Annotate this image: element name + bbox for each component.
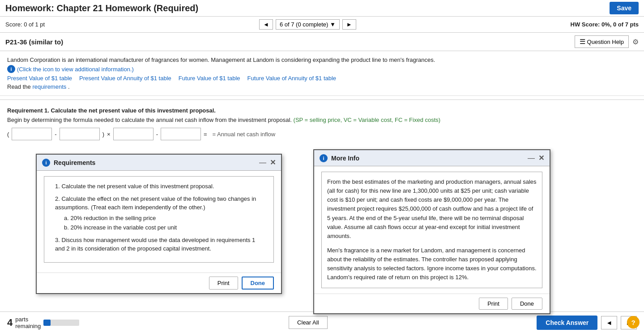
req-sub-a: a. 20% reduction in the selling price bbox=[64, 214, 266, 223]
formula-equals: = bbox=[204, 131, 207, 138]
formula-input-2[interactable] bbox=[60, 128, 100, 140]
info-btn-row: i (Click the icon to view additional inf… bbox=[7, 65, 637, 73]
requirements-close-button[interactable]: ✕ bbox=[270, 158, 276, 167]
list-icon: ☰ bbox=[580, 38, 585, 46]
score-info: Score: 0 of 1 pt bbox=[5, 21, 45, 28]
nav-next-button[interactable]: ► bbox=[342, 19, 356, 30]
more-info-done-button[interactable]: Done bbox=[512, 298, 542, 310]
info-btn-label: (Click the icon to view additional infor… bbox=[17, 66, 134, 73]
question-help-button[interactable]: ☰ Question Help bbox=[575, 35, 629, 48]
parts-number: 4 bbox=[7, 317, 13, 329]
hw-score-label: HW Score: bbox=[571, 21, 600, 28]
requirements-print-button[interactable]: Print bbox=[209, 277, 238, 290]
progress-bar bbox=[43, 320, 79, 326]
more-info-title-text: More Info bbox=[331, 155, 359, 162]
info-icon: i bbox=[7, 65, 15, 73]
requirement-section: Requirement 1. Calculate the net present… bbox=[0, 104, 644, 149]
formula-input-4[interactable] bbox=[161, 128, 201, 140]
parts-label-text: parts bbox=[15, 316, 28, 323]
formula-hint: (SP = selling price, VC = Variable cost,… bbox=[294, 117, 441, 123]
gear-icon[interactable]: ⚙ bbox=[632, 38, 639, 46]
req-num-1: 1. bbox=[55, 183, 61, 190]
more-info-modal-controls: — ✕ bbox=[528, 154, 544, 162]
requirement-title: Requirement 1. Calculate the net present… bbox=[7, 107, 637, 114]
requirements-list-box: 1. Calculate the net present value of th… bbox=[44, 176, 274, 263]
more-info-print-button[interactable]: Print bbox=[479, 298, 508, 310]
clear-all-button[interactable]: Clear All bbox=[289, 316, 327, 329]
formula-desc: Begin by determining the formula needed … bbox=[7, 117, 637, 123]
requirements-minimize-button[interactable]: — bbox=[259, 159, 266, 167]
save-button[interactable]: Save bbox=[610, 2, 639, 14]
requirements-modal: i Requirements — ✕ 1. Calculate the net … bbox=[36, 154, 282, 294]
table-link-fv1[interactable]: Future Value of $1 table bbox=[179, 75, 240, 82]
score-value: 0 of 1 pt bbox=[24, 21, 45, 28]
req-sub-b: b. 20% increase in the variable cost per… bbox=[64, 223, 266, 232]
requirements-modal-body: 1. Calculate the net present value of th… bbox=[37, 171, 281, 272]
parts-remaining: 4 parts remaining bbox=[7, 316, 79, 329]
requirements-modal-controls: — ✕ bbox=[259, 158, 276, 167]
more-info-minimize-button[interactable]: — bbox=[528, 154, 535, 162]
formula-open-paren: ( bbox=[7, 131, 9, 138]
more-info-modal-title: i More Info bbox=[320, 154, 359, 162]
formula-row: ( - ) × - = = Annual net cash inflow bbox=[7, 128, 637, 140]
req-title-text: Calculate the net present value of this … bbox=[51, 107, 216, 114]
more-info-modal-body: From the best estimates of the marketing… bbox=[314, 166, 550, 294]
req-num-3: 3. bbox=[55, 237, 61, 243]
nav-dropdown[interactable]: 6 of 7 (0 complete) ▼ bbox=[276, 19, 340, 30]
requirements-done-button[interactable]: Done bbox=[242, 277, 274, 290]
more-info-text-box: From the best estimates of the marketing… bbox=[321, 172, 542, 288]
more-info-modal-footer: Print Done bbox=[314, 294, 550, 313]
table-link-pv1[interactable]: Present Value of $1 table bbox=[7, 75, 72, 82]
requirements-link[interactable]: requirements bbox=[32, 83, 66, 90]
req-title-bold: Requirement 1. bbox=[7, 107, 49, 114]
main-content: Landom Corporation is an international m… bbox=[0, 51, 644, 96]
nav-prev-button[interactable]: ◄ bbox=[259, 19, 273, 30]
progress-bar-fill bbox=[43, 320, 51, 326]
req-text-3: Discuss how management would use the dat… bbox=[55, 237, 255, 252]
read-period: . bbox=[68, 83, 70, 90]
question-help-label: Question Help bbox=[587, 39, 624, 45]
question-header: P21-36 (similar to) ☰ Question Help ⚙ bbox=[0, 33, 644, 51]
more-info-para-1: From the best estimates of the marketing… bbox=[327, 177, 537, 241]
req-sub-list: a. 20% reduction in the selling price b.… bbox=[55, 214, 266, 232]
more-info-button[interactable]: i (Click the icon to view additional inf… bbox=[7, 65, 134, 73]
formula-desc-text: Begin by determining the formula needed … bbox=[7, 117, 292, 123]
formula-close-paren: ) bbox=[102, 131, 104, 138]
requirements-title-text: Requirements bbox=[54, 159, 95, 166]
formula-input-3[interactable] bbox=[113, 128, 154, 140]
more-info-close-button[interactable]: ✕ bbox=[538, 154, 544, 162]
formula-input-1[interactable] bbox=[12, 128, 52, 140]
req-modal-info-icon: i bbox=[42, 159, 50, 167]
formula-result-label: = Annual net cash inflow bbox=[213, 131, 276, 138]
table-link-pva1[interactable]: Present Value of Annuity of $1 table bbox=[79, 75, 171, 82]
requirements-modal-header: i Requirements — ✕ bbox=[37, 155, 281, 171]
bottom-bar: 4 parts remaining Clear All Check Answer… bbox=[0, 311, 644, 333]
bottom-center: Clear All bbox=[289, 316, 327, 329]
bottom-right: Check Answer ◄ ► bbox=[537, 316, 637, 330]
req-text-1: Calculate the net present value of this … bbox=[61, 183, 214, 190]
header-bar: Homework: Chapter 21 Homework (Required)… bbox=[0, 0, 644, 17]
more-info-para-2: Men's fragrance is a new market for Land… bbox=[327, 246, 537, 282]
hw-score-value: 0%, 0 of 7 pts bbox=[601, 21, 639, 28]
nav-controls: ◄ 6 of 7 (0 complete) ▼ ► bbox=[259, 19, 356, 30]
bottom-nav-prev[interactable]: ◄ bbox=[601, 316, 617, 329]
more-info-modal: i More Info — ✕ From the best estimates … bbox=[313, 149, 550, 314]
page-title: Homework: Chapter 21 Homework (Required) bbox=[5, 3, 198, 13]
score-label: Score: bbox=[5, 21, 22, 28]
help-circle[interactable]: ? bbox=[627, 316, 640, 329]
req-item-1: 1. Calculate the net present value of th… bbox=[55, 182, 266, 191]
score-bar: Score: 0 of 1 pt ◄ 6 of 7 (0 complete) ▼… bbox=[0, 17, 644, 33]
req-item-3: 3. Discuss how management would use the … bbox=[55, 236, 266, 253]
intro-text: Landom Corporation is an international m… bbox=[7, 56, 637, 63]
read-requirements-row: Read the requirements . bbox=[7, 83, 637, 90]
more-info-modal-header: i More Info — ✕ bbox=[314, 150, 550, 166]
more-info-icon: i bbox=[320, 154, 328, 162]
req-sub-a-letter: a. bbox=[64, 215, 70, 221]
question-help-area: ☰ Question Help ⚙ bbox=[575, 35, 639, 48]
hw-score: HW Score: 0%, 0 of 7 pts bbox=[571, 21, 639, 28]
table-link-fva1[interactable]: Future Value of Annuity of $1 table bbox=[247, 75, 337, 82]
table-links-row: Present Value of $1 table Present Value … bbox=[7, 75, 637, 82]
check-answer-button[interactable]: Check Answer bbox=[537, 316, 597, 330]
req-sub-a-text: 20% reduction in the selling price bbox=[70, 215, 156, 221]
req-sub-b-text: 20% increase in the variable cost per un… bbox=[70, 224, 177, 231]
